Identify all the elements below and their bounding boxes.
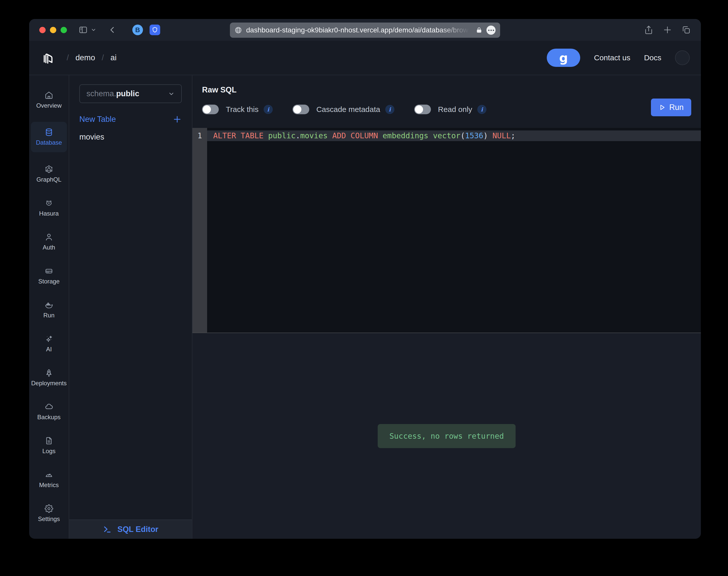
sidebar-item-label: Overview bbox=[36, 102, 62, 109]
address-bar[interactable]: dashboard-staging-ok9biakr0-nhost.vercel… bbox=[230, 23, 500, 38]
code-token bbox=[328, 131, 332, 140]
docker-icon bbox=[45, 301, 53, 309]
sidebar-item-logs[interactable]: Logs bbox=[31, 433, 67, 458]
raw-sql-panel: Raw SQL Track this Cascade metadata bbox=[192, 75, 701, 539]
schema-select-prefix: schema. bbox=[86, 89, 116, 98]
toggle-label: Cascade metadata bbox=[316, 105, 380, 114]
code-line[interactable]: ALTER TABLE public.movies ADD COLUMN emb… bbox=[207, 131, 701, 141]
share-icon[interactable] bbox=[644, 25, 653, 34]
avatar[interactable] bbox=[675, 50, 690, 65]
sidebar-item-settings[interactable]: Settings bbox=[31, 501, 67, 526]
breadcrumb-app[interactable]: ai bbox=[110, 53, 116, 62]
editor-code-area[interactable]: ALTER TABLE public.movies ADD COLUMN emb… bbox=[207, 128, 701, 333]
gauge-icon bbox=[45, 470, 53, 479]
code-line-tokens: ALTER TABLE public.movies ADD COLUMN emb… bbox=[213, 131, 515, 141]
extension-b-icon[interactable]: B bbox=[132, 25, 143, 35]
code-token: ) bbox=[483, 131, 488, 140]
cascade-metadata-toggle[interactable] bbox=[293, 105, 309, 114]
tab-overview-icon[interactable] bbox=[682, 25, 691, 34]
cloud-icon bbox=[45, 402, 53, 411]
sidebar-item-label: GraphQL bbox=[36, 176, 62, 183]
page-title: Raw SQL bbox=[202, 85, 691, 94]
toggle-label: Track this bbox=[226, 105, 259, 114]
new-tab-icon[interactable] bbox=[663, 25, 672, 34]
schema-select-value: public bbox=[116, 89, 139, 98]
sidebar-item-storage[interactable]: Storage bbox=[31, 264, 67, 288]
breadcrumb-separator: / bbox=[67, 53, 69, 62]
zoom-window-button[interactable] bbox=[60, 27, 67, 33]
main-sidebar: Overview Database GraphQL Hasura Auth St bbox=[29, 75, 69, 539]
code-token: vector bbox=[433, 131, 460, 140]
editor-gutter: 1 bbox=[192, 128, 207, 333]
contact-us-link[interactable]: Contact us bbox=[594, 53, 630, 62]
extension-shield-icon[interactable] bbox=[150, 25, 160, 35]
sidebar-item-graphql[interactable]: GraphQL bbox=[31, 162, 67, 186]
code-token: ALTER TABLE bbox=[213, 131, 264, 140]
line-number: 1 bbox=[192, 131, 207, 141]
feedback-glyph: g bbox=[559, 51, 568, 65]
sidebar-item-deployments[interactable]: Deployments bbox=[31, 366, 67, 390]
info-icon[interactable] bbox=[264, 105, 273, 114]
sidebar-item-label: Run bbox=[43, 312, 54, 319]
back-icon[interactable] bbox=[108, 26, 116, 34]
run-button[interactable]: Run bbox=[651, 98, 691, 116]
minimize-window-button[interactable] bbox=[50, 27, 56, 33]
traffic-lights bbox=[39, 27, 67, 33]
chevron-down-icon[interactable] bbox=[91, 27, 96, 33]
graphql-icon bbox=[45, 165, 53, 174]
feedback-button[interactable]: g bbox=[547, 49, 580, 67]
breadcrumb-separator: / bbox=[102, 53, 104, 62]
sidebar-toggle-icon[interactable] bbox=[79, 25, 88, 34]
track-this-toggle[interactable] bbox=[202, 105, 219, 114]
new-table-button[interactable]: New Table bbox=[69, 111, 192, 128]
code-token: ADD COLUMN bbox=[332, 131, 378, 140]
hasura-icon bbox=[45, 199, 53, 207]
globe-icon bbox=[235, 26, 242, 34]
play-icon bbox=[658, 104, 666, 111]
url-text: dashboard-staging-ok9biakr0-nhost.vercel… bbox=[246, 26, 472, 34]
sidebar-item-ai[interactable]: AI bbox=[31, 332, 67, 356]
sidebar-item-label: Deployments bbox=[31, 380, 67, 387]
code-token: ( bbox=[460, 131, 465, 140]
breadcrumb-project[interactable]: demo bbox=[76, 53, 95, 62]
close-window-button[interactable] bbox=[39, 27, 46, 33]
sql-code-editor[interactable]: 1 ALTER TABLE public.movies ADD COLUMN e… bbox=[192, 128, 701, 333]
sql-editor-label: SQL Editor bbox=[117, 525, 158, 534]
sidebar-item-run[interactable]: Run bbox=[31, 298, 67, 322]
code-token: movies bbox=[300, 131, 327, 140]
terminal-icon bbox=[103, 525, 112, 534]
sql-options: Track this Cascade metadata Read only bbox=[202, 105, 691, 114]
nhost-logo[interactable] bbox=[40, 49, 57, 66]
lock-icon bbox=[476, 27, 482, 33]
run-button-label: Run bbox=[669, 103, 684, 112]
success-message: Success, no rows returned bbox=[378, 424, 516, 448]
docs-link[interactable]: Docs bbox=[644, 53, 661, 62]
code-token bbox=[378, 131, 382, 140]
code-token bbox=[488, 131, 492, 140]
sidebar-item-auth[interactable]: Auth bbox=[31, 230, 67, 254]
schema-select[interactable]: schema.public bbox=[79, 84, 182, 103]
info-icon[interactable] bbox=[385, 105, 395, 114]
home-icon bbox=[45, 91, 53, 99]
plus-icon[interactable] bbox=[172, 115, 182, 124]
rocket-icon bbox=[45, 369, 53, 377]
table-list-item-movies[interactable]: movies bbox=[69, 128, 192, 146]
sql-editor-nav-button[interactable]: SQL Editor bbox=[69, 520, 192, 539]
more-icon[interactable] bbox=[486, 26, 495, 35]
toggle-label: Read only bbox=[438, 105, 472, 114]
read-only-toggle[interactable] bbox=[414, 105, 431, 114]
code-token bbox=[264, 131, 268, 140]
info-icon[interactable] bbox=[477, 105, 486, 114]
sidebar-item-hasura[interactable]: Hasura bbox=[31, 196, 67, 220]
sidebar-item-metrics[interactable]: Metrics bbox=[31, 467, 67, 492]
toggle-cascade-metadata: Cascade metadata bbox=[293, 105, 395, 114]
sidebar-item-backups[interactable]: Backups bbox=[31, 399, 67, 424]
breadcrumb: / demo / ai bbox=[67, 53, 116, 62]
browser-window: B dashboard-staging-ok9biakr0-nhost.verc… bbox=[29, 19, 701, 539]
sidebar-item-overview[interactable]: Overview bbox=[31, 88, 67, 112]
sidebar-item-database[interactable]: Database bbox=[31, 122, 67, 152]
toggle-track-this: Track this bbox=[202, 105, 273, 114]
query-results-panel: Success, no rows returned bbox=[192, 333, 701, 539]
sidebar-item-label: Metrics bbox=[39, 482, 58, 489]
code-token: embeddings bbox=[382, 131, 428, 140]
